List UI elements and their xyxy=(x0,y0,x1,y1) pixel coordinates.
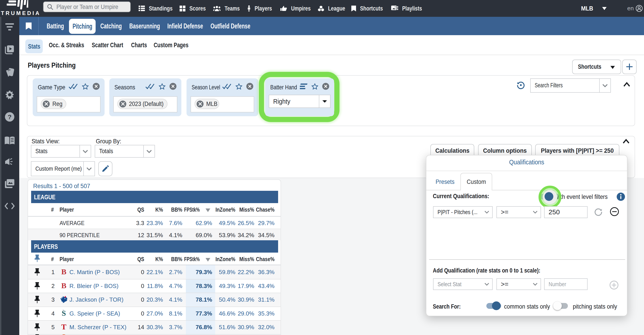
svg-text:B: B xyxy=(61,282,66,290)
svg-text:T: T xyxy=(61,323,66,331)
svg-text:B: B xyxy=(61,268,66,276)
svg-text:S: S xyxy=(62,310,66,317)
svg-text:?: ? xyxy=(8,114,12,120)
